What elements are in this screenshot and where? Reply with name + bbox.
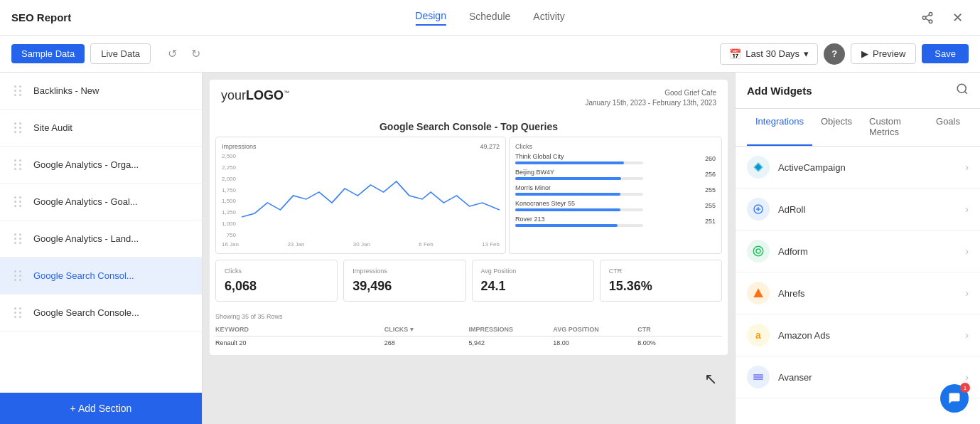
metric-ctr: CTR 15.36% <box>600 260 722 302</box>
sidebar-item-site-audit[interactable]: Site Audit <box>0 110 202 147</box>
logo-area: yourLOGO™ <box>221 88 289 103</box>
widget-name: ActiveCampaign <box>778 162 846 173</box>
td-ctr: 8.00% <box>637 339 722 346</box>
svg-line-4 <box>925 14 929 16</box>
clicks-label: Clicks <box>515 143 532 150</box>
widget-item-adroll[interactable]: AdRoll › <box>736 189 980 230</box>
drag-handle[interactable] <box>11 304 25 321</box>
table-section: Showing 35 of 35 Rows KEYWORD CLICKS ▾ I… <box>210 307 728 355</box>
chat-button[interactable]: 1 <box>940 384 969 413</box>
metric-label: Clicks <box>225 267 328 275</box>
live-data-button[interactable]: Live Data <box>90 43 151 64</box>
metrics-row: Clicks 6,068 Impressions 39,496 Avg Posi… <box>210 254 728 307</box>
preview-button[interactable]: ▶ Preview <box>851 43 916 64</box>
chevron-right-icon: › <box>965 371 969 383</box>
widget-left: AdRoll <box>747 198 805 221</box>
query-bar <box>515 208 620 211</box>
query-bar <box>515 193 620 196</box>
query-count: 256 <box>705 171 716 178</box>
query-name: Beijing BW4Y <box>515 169 643 176</box>
drag-handle[interactable] <box>11 267 25 284</box>
share-button[interactable] <box>916 6 939 29</box>
td-clicks: 268 <box>384 339 469 346</box>
x-label-3: 30 Jan <box>353 241 370 248</box>
tab-goals[interactable]: Goals <box>927 109 969 146</box>
sample-data-button[interactable]: Sample Data <box>11 44 85 63</box>
svg-point-2 <box>929 20 932 23</box>
tab-custom-metrics[interactable]: Custom Metrics <box>861 109 927 146</box>
help-button[interactable]: ? <box>824 43 845 65</box>
nav-design[interactable]: Design <box>415 10 446 26</box>
svg-point-8 <box>753 246 763 256</box>
query-count: 251 <box>705 218 716 225</box>
sidebar-item-label: Google Search Consol... <box>33 270 134 281</box>
company-name: Good Grief Cafe <box>585 88 716 98</box>
sidebar-item-ga-org[interactable]: Google Analytics - Orga... <box>0 147 202 184</box>
adform-icon <box>747 240 770 263</box>
redo-button[interactable]: ↻ <box>185 44 206 63</box>
metric-value: 39,496 <box>352 279 456 294</box>
drag-handle[interactable] <box>11 83 25 99</box>
date-range-display: January 15th, 2023 - February 13th, 2023 <box>585 98 716 108</box>
main-layout: Backlinks - New Site Audit Google Analyt… <box>0 73 980 424</box>
save-button[interactable]: Save <box>922 44 969 63</box>
charts-section: Impressions 49,272 2,5002,2502,0001,7501… <box>210 137 728 254</box>
search-button[interactable] <box>956 83 969 98</box>
metric-value: 15.36% <box>609 279 713 294</box>
widget-left: Adform <box>747 240 808 263</box>
th-keyword: KEYWORD <box>215 326 384 333</box>
tab-integrations[interactable]: Integrations <box>747 109 812 146</box>
activecampaign-icon <box>747 156 770 179</box>
query-list: Think Global City 260 Beijing BW4Y 256 <box>515 153 716 227</box>
sidebar-item-ga-goal[interactable]: Google Analytics - Goal... <box>0 184 202 221</box>
impressions-value: 49,272 <box>480 143 500 150</box>
add-section-button[interactable]: + Add Section <box>0 393 202 424</box>
chart-title: Google Search Console - Top Queries <box>210 117 728 137</box>
logo-bold: LOGO <box>246 88 284 102</box>
metric-avg-position: Avg Position 24.1 <box>472 260 594 302</box>
play-icon: ▶ <box>861 48 868 59</box>
nav-activity[interactable]: Activity <box>533 11 564 25</box>
close-button[interactable]: ✕ <box>946 6 969 29</box>
widget-item-activecampaign[interactable]: ActiveCampaign › <box>736 147 980 189</box>
calendar-icon: 📅 <box>729 48 741 60</box>
query-bar-wrap <box>515 161 643 164</box>
drag-handle[interactable] <box>11 120 25 136</box>
nav-schedule[interactable]: Schedule <box>469 11 510 25</box>
widget-item-amazon-ads[interactable]: a Amazon Ads › <box>736 314 980 356</box>
widget-name: Ahrefs <box>778 288 805 299</box>
adroll-icon <box>747 198 770 221</box>
tab-objects[interactable]: Objects <box>812 109 861 146</box>
th-impressions: IMPRESSIONS <box>469 326 554 333</box>
widget-name: AdRoll <box>778 204 805 215</box>
line-chart: Impressions 49,272 2,5002,2502,0001,7501… <box>215 137 506 254</box>
report-preview: yourLOGO™ Good Grief Cafe January 15th, … <box>210 80 728 355</box>
th-clicks: CLICKS ▾ <box>384 326 469 333</box>
widget-item-adform[interactable]: Adform › <box>736 230 980 272</box>
drag-handle[interactable] <box>11 194 25 210</box>
y-axis: 2,5002,2502,0001,7501,5001,2501,000750 <box>222 153 239 238</box>
logo-text: your <box>221 88 246 102</box>
sidebar-item-ga-land[interactable]: Google Analytics - Land... <box>0 221 202 258</box>
drag-handle[interactable] <box>11 230 25 247</box>
amazon-icon: a <box>747 324 770 346</box>
sidebar-item-backlinks[interactable]: Backlinks - New <box>0 73 202 110</box>
chart-header: Impressions 49,272 <box>222 143 500 150</box>
query-details: Morris Minor <box>515 184 643 196</box>
sidebar-item-gsc2[interactable]: Google Search Console... <box>0 295 202 332</box>
sidebar-item-label: Backlinks - New <box>33 85 99 96</box>
query-bar-wrap <box>515 224 643 227</box>
query-bar-wrap <box>515 208 643 211</box>
svg-line-3 <box>925 18 929 21</box>
chevron-down-icon: ▾ <box>804 48 809 59</box>
app-header: SEO Report Design Schedule Activity ✕ <box>0 0 980 36</box>
widget-left: ActiveCampaign <box>747 156 846 179</box>
toolbar-left: Sample Data Live Data ↺ ↻ <box>11 43 206 64</box>
widget-item-ahrefs[interactable]: Ahrefs › <box>736 272 980 314</box>
date-range-button[interactable]: 📅 Last 30 Days ▾ <box>720 43 818 65</box>
widget-name: Avanser <box>778 372 812 383</box>
undo-button[interactable]: ↺ <box>162 44 183 63</box>
sidebar-item-gsc1[interactable]: Google Search Consol... <box>0 258 202 295</box>
drag-handle[interactable] <box>11 157 25 173</box>
td-impressions: 5,942 <box>469 339 554 346</box>
